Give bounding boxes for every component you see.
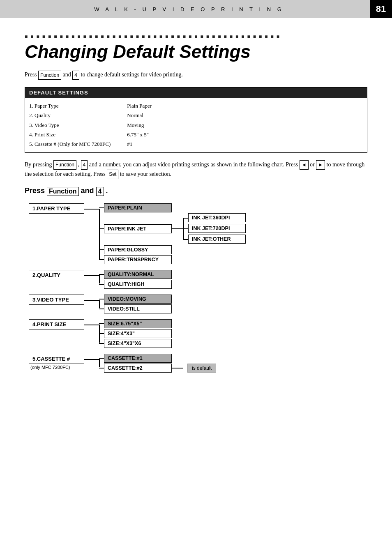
function-key-3: Function [47, 187, 79, 196]
tick-video-moving [99, 299, 104, 299]
second-para-text6: to save your selection. [120, 171, 171, 177]
tick-other [183, 239, 188, 240]
header-title: W A L K - U P V I D E O P R I N T I N G [8, 6, 370, 12]
table-row: 6.75" x 5" [127, 130, 152, 139]
h-connector-cassette [84, 359, 99, 360]
set-key: Set [107, 170, 118, 179]
video-moving-box: VIDEO:MOVING [104, 295, 172, 304]
video-moving-item: VIDEO:MOVING [99, 295, 172, 304]
cassette-1-item: CASSETTE:#1 [99, 354, 216, 363]
table-row: 1. Paper Type [29, 101, 111, 111]
right-inkjet-col: INK JET:360DPI INK JET:720DPI INK JET:OT… [183, 213, 246, 244]
tick-plain [99, 207, 104, 208]
quality-normal-box: QUALITY:NORMAL [104, 270, 172, 279]
v-line-quality [99, 275, 100, 283]
function-key-intro: Function [38, 71, 61, 80]
video-type-label: 3.VIDEO TYPE [29, 295, 84, 305]
table-body: 1. Paper Type 2. Quality 3. Video Type 4… [25, 98, 367, 152]
inkjet-720-box: INK JET:720DPI [188, 224, 246, 233]
quality-high-box: QUALITY:HIGH [104, 280, 172, 289]
size-4x3-box: SIZE:4"X3" [104, 329, 172, 338]
and-text: and [81, 187, 96, 195]
right-item-720: INK JET:720DPI [183, 224, 246, 234]
h-conn-to-right [172, 228, 183, 229]
inkjet-other-box: INK JET:OTHER [188, 235, 246, 244]
paper-mid-col: PAPER:PLAIN PAPER:INK JET INK JET:360DPI [99, 203, 246, 264]
second-para-text1: By pressing [25, 161, 53, 168]
tick-cassette-1 [99, 358, 104, 359]
size-675-box: SIZE:6.75"X5" [104, 319, 172, 328]
second-para-text2: , [78, 161, 81, 168]
table-row: 4. Print Size [29, 130, 111, 139]
video-still-item: VIDEO:STILL [99, 304, 172, 313]
page-title: Changing Default Settings [0, 40, 392, 70]
second-para-text3: and a number, you can adjust video print… [89, 161, 300, 168]
table-row: Plain Paper [127, 101, 152, 111]
print-size-section: 4.PRINT SIZE SIZE:6.75"X5" SIZE:4"X3" SI… [29, 319, 371, 348]
tick-quality-high [99, 284, 104, 285]
intro-text-after: to change default settings for video pri… [81, 71, 183, 78]
cassette-section: 5.CASSETTE # (only MFC 7200FC) CASSETTE:… [29, 354, 371, 373]
size-4x3-item: SIZE:4"X3" [99, 329, 172, 338]
period-text: . [106, 187, 108, 195]
h-connector-paper [84, 209, 99, 210]
h-connector-video [84, 300, 99, 301]
tick-inkjet [99, 228, 104, 229]
chart-area: 1.PAPER TYPE PAPER:PLAIN PAPER:INK JET [0, 203, 392, 395]
cassette-2-box: CASSETTE:#2 [104, 364, 172, 373]
print-size-label: 4.PRINT SIZE [29, 319, 84, 329]
quality-high-item: QUALITY:HIGH [99, 280, 172, 289]
cassette-sublabel: (only MFC 7200FC) [29, 365, 84, 370]
h-connector-size [84, 325, 99, 325]
right-item-other: INK JET:OTHER [183, 235, 246, 244]
size-mid-col: SIZE:6.75"X5" SIZE:4"X3" SIZE:4"X3"X6 [99, 319, 172, 348]
tick-video-still [99, 309, 104, 309]
size-4x3x6-item: SIZE:4"X3"X6 [99, 339, 172, 348]
h-conn-default [172, 368, 183, 368]
table-col-left: 1. Paper Type 2. Quality 3. Video Type 4… [29, 101, 111, 149]
paper-type-label: 1.PAPER TYPE [29, 203, 84, 214]
press-text: Press [25, 187, 47, 195]
table-header: DEFAULT SETTINGS [25, 88, 367, 98]
quality-label: 2.QUALITY [29, 270, 84, 280]
mid-item-inkjet: PAPER:INK JET INK JET:360DPI INK JET:720… [99, 213, 246, 244]
intro-text-mid: and [63, 71, 73, 78]
mid-item-plain: PAPER:PLAIN [99, 203, 246, 212]
second-paragraph: By pressing Function , 4 and a number, y… [0, 160, 392, 187]
intro-text-before: Press [25, 71, 38, 78]
tick-size-4x3x6 [99, 343, 104, 344]
tick-size-675 [99, 323, 104, 324]
paper-glossy-box: PAPER:GLOSSY [104, 245, 172, 254]
decorative-dots: ■ ■ ■ ■ ■ ■ ■ ■ ■ ■ ■ ■ ■ ■ ■ ■ ■ ■ ■ ■ … [0, 18, 392, 40]
right-item-360: INK JET:360DPI [183, 213, 246, 223]
press-function-line: Press Function and 4 . [0, 187, 392, 203]
header-bar: W A L K - U P V I D E O P R I N T I N G … [0, 0, 392, 18]
second-para-text4: or [310, 161, 316, 168]
table-row: 5. Cassette # (Only for MFC 7200FC) [29, 139, 111, 149]
size-4x3x6-box: SIZE:4"X3"X6 [104, 339, 172, 348]
table-row: 3. Video Type [29, 120, 111, 130]
inkjet-360-box: INK JET:360DPI [188, 213, 246, 222]
table-row: Normal [127, 111, 152, 120]
cassette-1-box: CASSETTE:#1 [104, 354, 172, 363]
table-row: #1 [127, 139, 152, 149]
cassette-2-item: CASSETTE:#2 is default [99, 364, 216, 373]
default-settings-table: DEFAULT SETTINGS 1. Paper Type 2. Qualit… [25, 87, 367, 153]
v-line-video [99, 300, 100, 308]
mid-item-glossy: PAPER:GLOSSY [99, 245, 246, 254]
paper-inkjet-box: PAPER:INK JET [104, 224, 172, 233]
video-still-box: VIDEO:STILL [104, 304, 172, 313]
cassette-mid-col: CASSETTE:#1 CASSETTE:#2 is default [99, 354, 216, 373]
video-mid-col: VIDEO:MOVING VIDEO:STILL [99, 295, 172, 313]
tick-quality-normal [99, 274, 104, 275]
paper-trnsprncy-box: PAPER:TRNSPRNCY [104, 255, 172, 264]
intro-paragraph: Press Function and 4 to change default s… [0, 70, 392, 87]
four-key-2: 4 [81, 160, 88, 170]
four-key-intro: 4 [72, 71, 79, 80]
is-default-label: is default [187, 364, 216, 373]
v-line-size [99, 325, 100, 343]
video-type-section: 3.VIDEO TYPE VIDEO:MOVING VIDEO:STILL [29, 295, 371, 313]
table-col-right: Plain Paper Normal Moving 6.75" x 5" #1 [127, 101, 152, 149]
table-row: Moving [127, 120, 152, 130]
tick-cassette-2 [99, 368, 104, 368]
